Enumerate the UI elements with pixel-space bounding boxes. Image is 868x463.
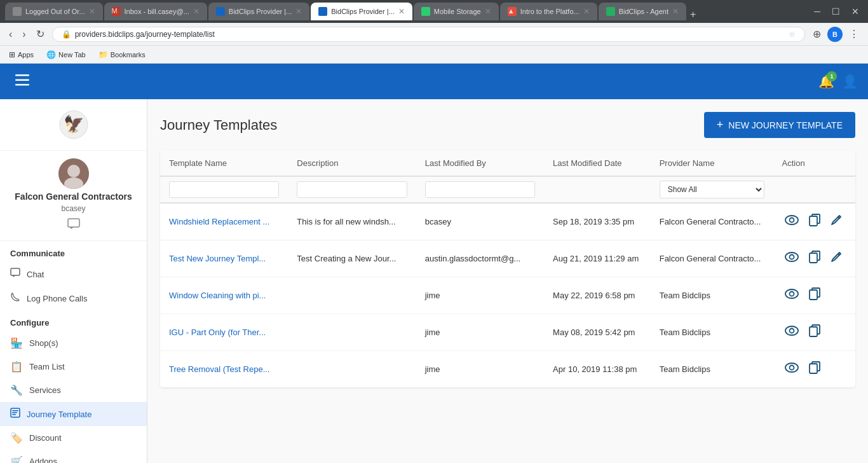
svg-point-14: [785, 216, 798, 225]
sidebar-item-label-discount: Discount: [29, 433, 62, 443]
settings-button[interactable]: ⋮: [846, 25, 862, 43]
browser-tab-4[interactable]: BidClips Provider |... ✕: [311, 3, 412, 20]
copy-icon: [809, 361, 820, 374]
hamburger-icon: [15, 74, 29, 86]
tab-close-5[interactable]: ✕: [485, 7, 491, 16]
template-name-link[interactable]: Test New Journey Templ...: [169, 254, 266, 263]
extensions-button[interactable]: ⊕: [810, 25, 824, 43]
tab-label-5: Mobile Storage: [434, 8, 481, 15]
action-buttons: [782, 359, 846, 380]
top-nav-right: 🔔 1 👤: [818, 74, 858, 89]
sidebar-item-log-phone[interactable]: Log Phone Calls: [0, 286, 147, 310]
sidebar-item-label-team-list: Team List: [29, 362, 65, 371]
cell-provider-name: Team Bidclips: [651, 351, 773, 388]
maximize-button[interactable]: ☐: [828, 6, 844, 17]
hamburger-button[interactable]: [10, 69, 34, 94]
message-icon-button[interactable]: [67, 218, 80, 233]
copy-button[interactable]: [806, 211, 823, 232]
cell-description: [288, 351, 416, 388]
new-journey-template-button[interactable]: + NEW JOURNEY TEMPLATE: [704, 112, 855, 138]
sidebar-item-team-list[interactable]: 📋 Team List: [0, 355, 147, 378]
filter-description-input[interactable]: [297, 181, 407, 198]
bookmark-bookmarks[interactable]: 📁 Bookmarks: [96, 49, 148, 60]
cell-last-modified-by: jime: [416, 277, 544, 314]
bookmark-newtab[interactable]: 🌐 New Tab: [44, 49, 88, 60]
filter-provider-name-select[interactable]: Show All: [660, 181, 764, 198]
view-button[interactable]: [782, 360, 801, 378]
tab-close-3[interactable]: ✕: [295, 7, 302, 16]
folder-icon: 📁: [98, 50, 108, 59]
sidebar-item-shops[interactable]: 🏪 Shop(s): [0, 331, 147, 355]
template-name-link[interactable]: Tree Removal (Test Repe...: [169, 364, 269, 374]
copy-button[interactable]: [806, 322, 823, 343]
cell-last-modified-by: jime: [416, 314, 544, 351]
tab-close-7[interactable]: ✕: [672, 7, 679, 16]
cell-provider-name: Team Bidclips: [651, 314, 773, 351]
cell-template-name: Tree Removal (Test Repe...: [160, 351, 288, 388]
view-button[interactable]: [782, 323, 801, 342]
eye-icon: [785, 363, 799, 373]
filter-description-cell: [288, 176, 416, 203]
svg-rect-2: [15, 84, 29, 86]
sidebar-item-journey-template[interactable]: Journey Template: [0, 402, 147, 426]
copy-button[interactable]: [806, 285, 823, 306]
filter-template-name-input[interactable]: [169, 181, 279, 198]
edit-button[interactable]: [828, 249, 844, 268]
sidebar-item-discount[interactable]: 🏷️ Discount: [0, 426, 147, 450]
profile-button[interactable]: B: [827, 27, 843, 42]
sidebar-item-services[interactable]: 🔧 Services: [0, 378, 147, 402]
back-button[interactable]: ‹: [6, 26, 15, 43]
view-button[interactable]: [782, 286, 801, 305]
tab-close-4[interactable]: ✕: [398, 7, 405, 16]
col-header-last-modified-by: Last Modified By: [416, 151, 544, 176]
browser-tab-2[interactable]: M Inbox - bill.casey@... ✕: [104, 3, 207, 20]
table-row: IGU - Part Only (for Ther...jimeMay 08, …: [160, 314, 855, 351]
template-name-link[interactable]: Window Cleaning with pi...: [169, 291, 266, 300]
browser-tab-6[interactable]: ▲ Intro to the Platfo... ✕: [500, 3, 597, 20]
browser-tab-3[interactable]: BidClips Provider |... ✕: [208, 3, 309, 20]
user-account-button[interactable]: 👤: [842, 74, 858, 89]
filter-action-cell: [773, 176, 855, 203]
sidebar-item-addons[interactable]: 🛒 Addons: [0, 450, 147, 463]
sidebar-item-label-log-phone: Log Phone Calls: [27, 294, 87, 303]
user-section: Falcon General Contractors bcasey: [0, 151, 147, 241]
svg-point-20: [785, 289, 798, 298]
star-icon[interactable]: ☆: [789, 30, 796, 39]
cell-action: [773, 240, 855, 277]
copy-button[interactable]: [806, 359, 823, 380]
browser-tab-5[interactable]: Mobile Storage ✕: [414, 3, 499, 20]
refresh-button[interactable]: ↻: [34, 25, 47, 43]
svg-rect-13: [12, 414, 16, 415]
apps-grid-icon: ⊞: [9, 50, 15, 59]
edit-button[interactable]: [828, 212, 844, 232]
template-name-link[interactable]: Windshield Replacement ...: [169, 217, 269, 226]
new-tab-button[interactable]: +: [690, 9, 696, 20]
sidebar-item-label-addons: Addons: [29, 457, 57, 463]
browser-tab-7[interactable]: BidClips - Agent ✕: [599, 3, 686, 20]
browser-toolbar: ‹ › ↻ 🔒 providers.bidclips.ga/journey-te…: [0, 23, 868, 46]
tab-close-2[interactable]: ✕: [193, 7, 200, 16]
view-button[interactable]: [782, 212, 801, 231]
browser-chrome: Logged Out of Or... ✕ M Inbox - bill.cas…: [0, 0, 868, 23]
col-header-last-modified-date: Last Modified Date: [544, 151, 651, 176]
minimize-button[interactable]: ─: [810, 6, 824, 17]
address-bar[interactable]: 🔒 providers.bidclips.ga/journey-template…: [52, 27, 805, 42]
notifications-button[interactable]: 🔔 1: [818, 74, 834, 89]
template-name-link[interactable]: IGU - Part Only (for Ther...: [169, 328, 266, 337]
window-controls: ─ ☐ ✕: [810, 6, 863, 17]
bookmark-apps[interactable]: ⊞ Apps: [6, 49, 36, 60]
svg-rect-9: [11, 268, 20, 275]
lock-icon: 🔒: [62, 30, 71, 39]
tab-close-1[interactable]: ✕: [89, 7, 95, 16]
forward-button[interactable]: ›: [20, 26, 28, 43]
browser-tab-1[interactable]: Logged Out of Or... ✕: [5, 3, 103, 20]
notification-badge: 1: [827, 71, 837, 81]
svg-point-15: [789, 218, 794, 223]
filter-last-modified-by-input[interactable]: [425, 181, 535, 198]
copy-button[interactable]: [806, 248, 823, 269]
view-button[interactable]: [782, 249, 801, 268]
tab-close-6[interactable]: ✕: [583, 7, 590, 16]
close-button[interactable]: ✕: [848, 6, 863, 17]
sidebar-item-chat[interactable]: Chat: [0, 262, 147, 286]
sidebar-item-label-chat: Chat: [27, 270, 44, 279]
